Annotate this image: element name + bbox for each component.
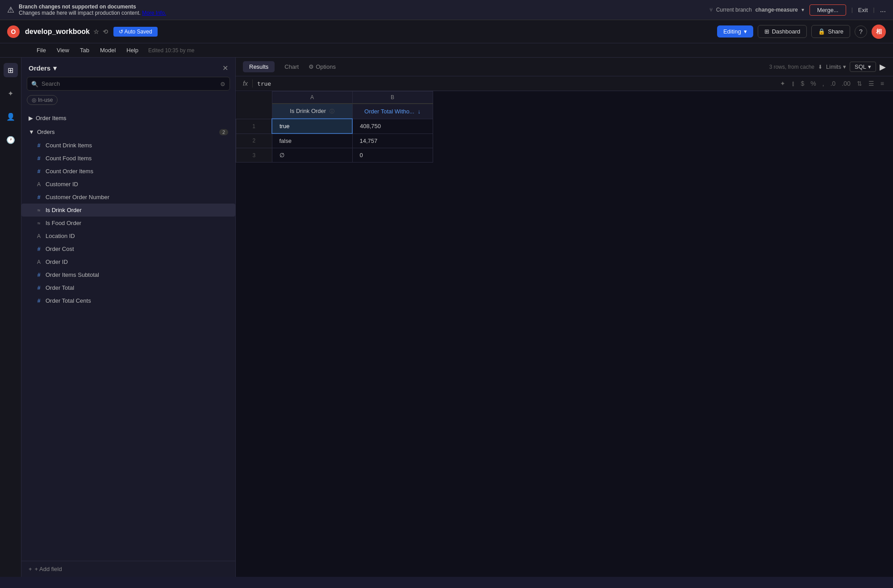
- field-is-drink-order[interactable]: ≈ Is Drink Order: [21, 204, 235, 217]
- fx-tool-list2[interactable]: ≡: [879, 79, 886, 88]
- field-is-food-order[interactable]: ≈ Is Food Order: [21, 217, 235, 229]
- left-nav: ⊞ ✦ 👤 🕐: [0, 58, 21, 577]
- editing-button[interactable]: Editing ▾: [717, 25, 753, 38]
- fx-tool-dec0[interactable]: .0: [829, 79, 838, 88]
- field-count-food-items[interactable]: # Count Food Items: [21, 152, 235, 165]
- field-count-order-items[interactable]: # Count Order Items: [21, 165, 235, 178]
- options-button[interactable]: ⚙ Options: [309, 63, 336, 70]
- auto-saved-button[interactable]: ↺ Auto Saved: [113, 27, 158, 37]
- field-location-id[interactable]: A Location ID: [21, 229, 235, 242]
- section-order-items[interactable]: ▶ Order Items: [21, 111, 235, 125]
- dashboard-icon: ⊞: [764, 28, 769, 35]
- cell-row2-col-a[interactable]: false: [272, 133, 352, 148]
- menubar: File View Tab Model Help Edited 10:35 by…: [0, 43, 893, 58]
- menu-tab[interactable]: Tab: [75, 45, 94, 55]
- more-info-link[interactable]: More Info.: [142, 10, 166, 16]
- menu-model[interactable]: Model: [96, 45, 120, 55]
- menu-file[interactable]: File: [32, 45, 50, 55]
- cell-row1-col-a[interactable]: true: [272, 119, 352, 133]
- more-button[interactable]: ...: [880, 6, 886, 14]
- search-input[interactable]: [27, 77, 230, 91]
- field-count-drink-items[interactable]: # Count Drink Items: [21, 139, 235, 152]
- nav-icon-users[interactable]: 👤: [4, 109, 18, 124]
- section-orders[interactable]: ▼ Orders 2: [21, 125, 235, 139]
- fx-tool-dollar[interactable]: $: [799, 79, 806, 88]
- cell-row3-col-b[interactable]: 0: [352, 148, 433, 163]
- cache-text: 3 rows, from cache: [769, 64, 814, 70]
- field-customer-id[interactable]: A Customer ID: [21, 178, 235, 191]
- col-header-b: B: [352, 92, 433, 104]
- formula-divider: [252, 79, 253, 88]
- sidebar-close-button[interactable]: ✕: [222, 64, 228, 72]
- run-button[interactable]: ▶: [880, 62, 886, 72]
- formula-bar: fx true ✦ ⫿ $ % , .0 .00 ⇅ ☰ ≡: [236, 76, 893, 91]
- share-small-icon[interactable]: ⟲: [103, 28, 108, 35]
- measure-icon: #: [36, 272, 42, 278]
- add-field-button[interactable]: + + Add field: [21, 561, 235, 577]
- fx-tool-list[interactable]: ☰: [867, 79, 876, 88]
- cell-row2-col-b[interactable]: 14,757: [352, 133, 433, 148]
- warning-icon: ⚠: [7, 5, 14, 15]
- topbar: O develop_workbook ☆ ⟲ ↺ Auto Saved Edit…: [0, 20, 893, 43]
- fx-tool-col[interactable]: ⫿: [790, 79, 797, 88]
- cell-row1-col-b[interactable]: 408,750: [352, 119, 433, 133]
- help-button[interactable]: ?: [855, 25, 867, 38]
- tab-chart[interactable]: Chart: [278, 61, 305, 72]
- tab-results[interactable]: Results: [243, 61, 275, 72]
- fx-tool-sort[interactable]: ⇅: [855, 79, 864, 88]
- measure-icon: #: [36, 194, 42, 200]
- star-icon[interactable]: ☆: [93, 28, 99, 35]
- fx-icon: fx: [243, 80, 248, 87]
- merge-button[interactable]: Merge...: [810, 4, 846, 16]
- nav-icon-grid[interactable]: ⊞: [4, 63, 18, 77]
- fx-tool-comma[interactable]: ,: [821, 79, 826, 88]
- menu-view[interactable]: View: [52, 45, 74, 55]
- field-label: Count Drink Items: [46, 142, 92, 149]
- dashboard-button[interactable]: ⊞ Dashboard: [758, 25, 807, 38]
- sidebar: Orders ▾ ✕ 🔍 ⚙ ◎ In-use ▶ Order Items ▼ …: [21, 58, 236, 577]
- nav-icon-sparkle[interactable]: ✦: [4, 86, 18, 100]
- field-order-cost[interactable]: # Order Cost: [21, 242, 235, 255]
- limits-button[interactable]: Limits ▾: [826, 63, 846, 70]
- search-box: 🔍 ⚙: [27, 77, 230, 91]
- field-order-total[interactable]: # Order Total: [21, 281, 235, 294]
- bool-icon: ≈: [36, 220, 42, 226]
- col-order-total-without[interactable]: Order Total Witho... ↓: [352, 104, 433, 119]
- filter-icon[interactable]: ⚙: [220, 80, 225, 87]
- search-icon: 🔍: [31, 80, 38, 87]
- in-use-button[interactable]: ◎ In-use: [27, 95, 58, 105]
- cell-row3-col-a[interactable]: ∅: [272, 148, 352, 163]
- col-is-drink-order[interactable]: Is Drink Order ⓘ: [272, 104, 352, 119]
- fx-tool-sparkle[interactable]: ✦: [778, 79, 787, 88]
- measure-icon: #: [36, 142, 42, 149]
- exit-button[interactable]: Exit: [858, 7, 868, 13]
- main-layout: ⊞ ✦ 👤 🕐 Orders ▾ ✕ 🔍 ⚙ ◎ In-use ▶ Order: [0, 58, 893, 577]
- share-label: Share: [828, 28, 843, 35]
- sidebar-title[interactable]: Orders ▾: [29, 64, 57, 72]
- fx-tool-dec00[interactable]: .00: [840, 79, 852, 88]
- fx-tool-percent[interactable]: %: [809, 79, 818, 88]
- sidebar-dropdown-icon: ▾: [53, 64, 57, 72]
- field-label: Order Cost: [46, 246, 74, 252]
- topbar-right: Editing ▾ ⊞ Dashboard 🔒 Share ? 相: [717, 25, 886, 39]
- limits-dropdown-icon: ▾: [843, 63, 846, 70]
- in-use-circle-icon: ◎: [32, 97, 36, 103]
- share-button[interactable]: 🔒 Share: [811, 25, 850, 38]
- field-label: Order ID: [46, 259, 68, 265]
- row-index-spacer: [236, 104, 272, 119]
- results-toolbar: Results Chart ⚙ Options 3 rows, from cac…: [236, 58, 893, 76]
- field-order-items-subtotal[interactable]: # Order Items Subtotal: [21, 268, 235, 281]
- field-customer-order-number[interactable]: # Customer Order Number: [21, 191, 235, 204]
- sql-button[interactable]: SQL ▾: [850, 62, 876, 72]
- info-icon[interactable]: ⓘ: [330, 108, 334, 114]
- avatar[interactable]: 相: [872, 25, 886, 39]
- sidebar-content: ▶ Order Items ▼ Orders 2 # Count Drink I…: [21, 109, 235, 561]
- field-order-total-cents[interactable]: # Order Total Cents: [21, 294, 235, 307]
- nav-icon-clock[interactable]: 🕐: [4, 133, 18, 147]
- measure-icon: #: [36, 298, 42, 304]
- download-icon[interactable]: ⬇: [818, 64, 822, 70]
- menu-help[interactable]: Help: [122, 45, 143, 55]
- col-header-row: A B: [236, 92, 433, 104]
- branch-dropdown-icon[interactable]: ▾: [801, 7, 804, 13]
- field-order-id[interactable]: A Order ID: [21, 255, 235, 268]
